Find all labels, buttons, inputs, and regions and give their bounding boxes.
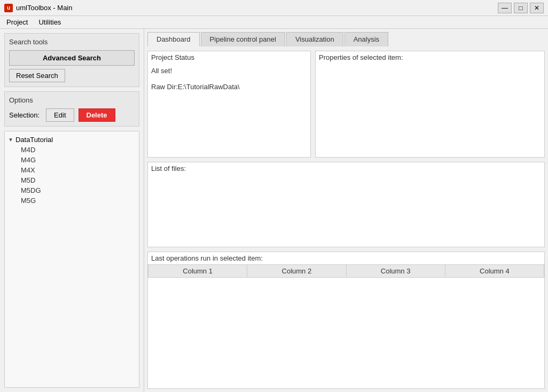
tab-analysis[interactable]: Analysis xyxy=(345,32,388,46)
menu-project[interactable]: Project xyxy=(2,17,32,27)
app-icon: u xyxy=(4,4,13,12)
title-controls: — □ ✕ xyxy=(498,3,544,13)
main-layout: Search tools Advanced Search Reset Searc… xyxy=(0,29,548,392)
col-header-1: Column 1 xyxy=(148,265,247,278)
selection-row: Selection: Edit Delete xyxy=(9,108,135,122)
right-panel: Dashboard Pipeline control panel Visuali… xyxy=(144,29,548,392)
tree-item-m5g[interactable]: M5G xyxy=(21,195,136,206)
tab-dashboard[interactable]: Dashboard xyxy=(147,32,200,46)
menu-bar: Project Utilities xyxy=(0,16,548,29)
reset-search-button[interactable]: Reset Search xyxy=(9,69,65,82)
selection-label: Selection: xyxy=(9,111,40,119)
maximize-button[interactable]: □ xyxy=(514,3,528,13)
files-panel: List of files: xyxy=(147,162,545,247)
status-text: All set! xyxy=(151,67,307,75)
col-header-4: Column 4 xyxy=(445,265,544,278)
operations-panel: Last operations run in selected item: Co… xyxy=(147,252,545,389)
menu-utilities[interactable]: Utilities xyxy=(34,17,65,27)
tree-item-m5dg[interactable]: M5DG xyxy=(21,185,136,195)
tab-visualization[interactable]: Visualization xyxy=(286,32,343,46)
tab-pipeline[interactable]: Pipeline control panel xyxy=(201,32,285,46)
operations-title: Last operations run in selected item: xyxy=(148,252,544,264)
tree-parent-datatutorial[interactable]: ▼ DataTutorial xyxy=(8,135,136,145)
options-title: Options xyxy=(9,96,135,104)
left-panel: Search tools Advanced Search Reset Searc… xyxy=(0,29,144,392)
project-status-content: All set! Raw Dir:E:\TutorialRawData\ xyxy=(148,64,310,94)
files-title: List of files: xyxy=(148,162,544,175)
tree-expand-icon: ▼ xyxy=(8,137,13,143)
tree-parent-label: DataTutorial xyxy=(15,136,53,144)
title-bar: u umlToolbox - Main — □ ✕ xyxy=(0,0,548,16)
edit-button[interactable]: Edit xyxy=(46,108,74,122)
tree-item-m4d[interactable]: M4D xyxy=(21,145,136,155)
search-tools-section: Search tools Advanced Search Reset Searc… xyxy=(4,33,139,87)
top-row: Project Status All set! Raw Dir:E:\Tutor… xyxy=(147,51,545,158)
project-status-panel: Project Status All set! Raw Dir:E:\Tutor… xyxy=(147,51,311,158)
properties-panel: Properties of selected item: xyxy=(315,51,545,158)
window-title: umlToolbox - Main xyxy=(16,4,73,12)
files-content[interactable] xyxy=(148,175,544,247)
tree-section: ▼ DataTutorial M4D M4G M4X M5D M5DG M5G xyxy=(4,131,139,388)
raw-dir-text: Raw Dir:E:\TutorialRawData\ xyxy=(151,83,307,91)
tree-item-m5d[interactable]: M5D xyxy=(21,175,136,185)
options-section: Options Selection: Edit Delete xyxy=(4,91,139,127)
advanced-search-button[interactable]: Advanced Search xyxy=(9,50,135,66)
tab-content-dashboard: Project Status All set! Raw Dir:E:\Tutor… xyxy=(147,51,545,389)
tabs-bar: Dashboard Pipeline control panel Visuali… xyxy=(147,32,545,46)
operations-table: Column 1 Column 2 Column 3 Column 4 xyxy=(148,264,544,278)
project-status-title: Project Status xyxy=(148,51,310,64)
col-header-3: Column 3 xyxy=(346,265,445,278)
col-header-2: Column 2 xyxy=(247,265,346,278)
search-tools-title: Search tools xyxy=(9,38,135,46)
tree-item-m4g[interactable]: M4G xyxy=(21,155,136,165)
minimize-button[interactable]: — xyxy=(498,3,512,13)
properties-title: Properties of selected item: xyxy=(316,51,544,64)
tree-children: M4D M4G M4X M5D M5DG M5G xyxy=(21,145,136,206)
close-button[interactable]: ✕ xyxy=(530,3,544,13)
operations-body xyxy=(148,278,544,388)
title-bar-left: u umlToolbox - Main xyxy=(4,4,73,12)
delete-button[interactable]: Delete xyxy=(79,108,115,122)
tree-item-m4x[interactable]: M4X xyxy=(21,165,136,175)
